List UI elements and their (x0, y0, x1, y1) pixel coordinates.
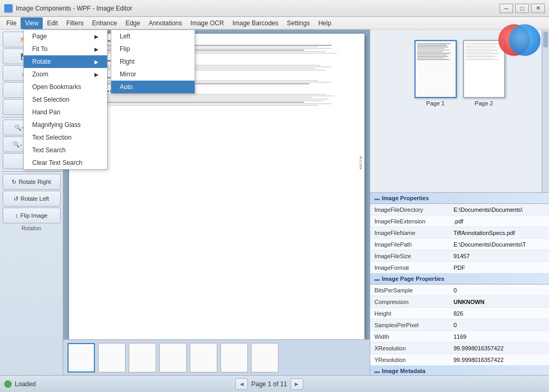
metadata-props-header[interactable]: ▬ Image Metadata (370, 366, 549, 375)
menu-settings[interactable]: Settings (283, 17, 314, 29)
prop-row-samples: SamplesPerPixel 0 (370, 319, 549, 331)
prop-val: E:\Documents\Documents\T (449, 241, 549, 248)
prop-row-bits: BitsPerSample 0 (370, 285, 549, 296)
menu-enhance[interactable]: Enhance (88, 17, 121, 29)
prop-val: 0 (449, 322, 549, 328)
collapse-icon: ▬ (374, 368, 380, 374)
prop-val: E:\Documents\Documents\ (449, 207, 549, 213)
center-content: Pigna TIFF Annotation Specifications Glo… (63, 30, 370, 375)
prop-key: XResolution (370, 345, 449, 351)
menu-image-ocr[interactable]: Image OCR (186, 17, 228, 29)
window-controls: ─ □ ✕ (499, 4, 545, 13)
maximize-button[interactable]: □ (515, 4, 529, 13)
minimize-button[interactable]: ─ (499, 4, 513, 13)
rotate-auto[interactable]: Auto (111, 81, 195, 93)
prop-key: Compression (370, 299, 449, 305)
title-bar: Image Components - WPF - Image Editor ─ … (0, 0, 549, 17)
menu-filters[interactable]: Filters (62, 17, 88, 29)
rotate-left-button[interactable]: ↺ Rotate Left (3, 191, 61, 207)
view-menu-page[interactable]: Page ▶ (24, 30, 107, 43)
view-menu-text-search[interactable]: Text Search (24, 144, 107, 156)
menu-edge[interactable]: Edge (121, 17, 145, 29)
menu-file[interactable]: File (2, 17, 21, 29)
page-info: Page 1 of 11 (251, 380, 287, 388)
prop-key: ImageFileName (370, 230, 449, 236)
prop-row-height: Height 826 (370, 308, 549, 319)
thumb-6[interactable] (220, 343, 248, 373)
view-menu-clear-text-search[interactable]: Clear Text Search (24, 156, 107, 169)
prop-val: 91457 (449, 253, 549, 259)
toolbar-separator-2 (1, 171, 62, 172)
large-thumb-img-1[interactable] (415, 40, 457, 98)
prop-key: BitsPerSample (370, 287, 449, 293)
prop-row-compression: Compression UNKNOWN (370, 296, 549, 308)
prop-val: 0 (449, 287, 549, 293)
large-thumb-page1[interactable]: Page 1 (415, 40, 457, 106)
zoom-out-icon: 🔍- (13, 141, 22, 148)
thumb-5[interactable] (190, 343, 217, 373)
thumb-3[interactable] (129, 343, 156, 373)
flip-image-button[interactable]: ↕ Flip Image (3, 208, 61, 223)
page-props-title: Image Page Properties (382, 276, 445, 282)
thumb-label-1: Page 1 (426, 100, 445, 106)
view-dropdown-menu: Page ▶ Fit To ▶ Rotate ▶ Zoom ▶ Open Boo… (23, 30, 108, 170)
view-menu-set-selection[interactable]: Set Selection (24, 93, 107, 106)
flip-icon: ↕ (15, 212, 18, 219)
rotate-right-button[interactable]: ↻ Rotate Right (3, 174, 61, 190)
thumb-2[interactable] (98, 343, 126, 373)
arrow-icon: ▶ (94, 34, 99, 40)
rotate-mirror[interactable]: Mirror (111, 68, 195, 81)
arrow-icon: ▶ (94, 72, 99, 77)
doc-date: 09-11-2009 (359, 156, 362, 170)
window-title: Image Components - WPF - Image Editor (16, 5, 132, 12)
menu-edit[interactable]: Edit (43, 17, 62, 29)
arrow-icon: ▶ (94, 46, 99, 52)
thumbnail-scrollbar[interactable] (542, 30, 549, 192)
scrollbar-knob[interactable] (543, 32, 548, 47)
view-menu-text-selection[interactable]: Text Selection (24, 131, 107, 144)
prop-row-xres: XResolution 99.9998016357422 (370, 342, 549, 354)
rotate-right[interactable]: Right (111, 55, 195, 68)
page-props-header[interactable]: ▬ Image Page Properties (370, 273, 549, 285)
metadata-props-title: Image Metadata (382, 368, 426, 374)
prev-page-button[interactable]: ◄ (235, 378, 248, 390)
menu-annotations[interactable]: Annotations (145, 17, 186, 29)
close-button[interactable]: ✕ (531, 4, 545, 13)
menu-image-barcodes[interactable]: Image Barcodes (228, 17, 283, 29)
view-menu-rotate[interactable]: Rotate ▶ (24, 55, 107, 68)
thumb-label-2: Page 2 (475, 100, 493, 106)
prop-row-image-file-name: ImageFileName TiffAnnotationSpecs.pdf (370, 227, 549, 239)
menu-view[interactable]: View (21, 17, 43, 29)
menu-help[interactable]: Help (314, 17, 335, 29)
prop-val: UNKNOWN (449, 299, 549, 305)
prop-row-yres: YResolution 99.9998016357422 (370, 354, 549, 366)
prop-key: YResolution (370, 357, 449, 363)
thumb-1[interactable] (68, 343, 95, 373)
view-menu-hand-pan[interactable]: Hand Pan (24, 106, 107, 119)
app-icon (4, 4, 13, 13)
view-menu-fit-to[interactable]: Fit To ▶ (24, 43, 107, 55)
rotate-submenu: Left Flip Right Mirror Auto (111, 30, 195, 94)
arrow-icon: ▶ (94, 59, 99, 65)
properties-panel[interactable]: ▬ Image Properties ImageFileDirectory E:… (370, 193, 549, 375)
prop-row-width: Width 1169 (370, 331, 549, 342)
view-menu-magnifying-glass[interactable]: Magnifying Glass (24, 119, 107, 131)
view-menu-zoom[interactable]: Zoom ▶ (24, 68, 107, 81)
thumbnail-strip (63, 339, 370, 375)
thumb-7[interactable] (251, 343, 278, 373)
rotate-flip[interactable]: Flip (111, 43, 195, 55)
status-center: ◄ Page 1 of 11 ► (235, 378, 303, 390)
prop-key: ImageFileDirectory (370, 207, 449, 213)
prop-key: ImageFileSize (370, 253, 449, 259)
image-props-header[interactable]: ▬ Image Properties (370, 193, 549, 204)
image-viewer[interactable]: Pigna TIFF Annotation Specifications Glo… (63, 30, 370, 339)
prop-val: 99.9998016357422 (449, 345, 549, 351)
next-page-button[interactable]: ► (291, 378, 303, 390)
rotation-label: Rotation (22, 224, 41, 232)
prop-val: PDF (449, 264, 549, 271)
thumb-4[interactable] (159, 343, 187, 373)
view-menu-open-bookmarks[interactable]: Open Bookmarks (24, 81, 107, 93)
rotate-left-icon: ↺ (14, 195, 18, 202)
rotate-left[interactable]: Left (111, 30, 195, 43)
menu-bar: File View Edit Filters Enhance Edge Anno… (0, 17, 549, 30)
